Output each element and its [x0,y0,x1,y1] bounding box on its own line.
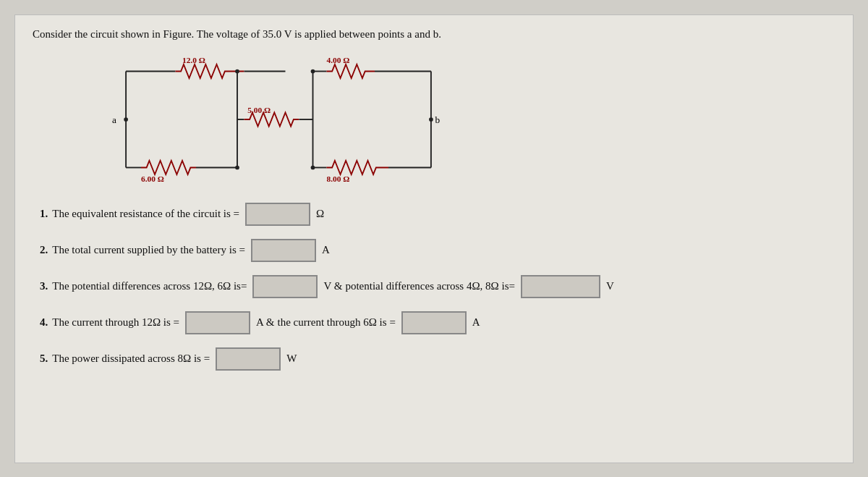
q3-unit1: V & [323,280,342,292]
q5-unit: W [286,353,297,365]
question-5-row: 5. The power dissipated across 8Ω is = W [40,347,835,371]
svg-point-20 [235,69,239,73]
q2-answer-box[interactable] [251,239,316,262]
page-container: Consider the circuit shown in Figure. Th… [14,14,854,463]
q1-text: The equivalent resistance of the circuit… [52,208,239,220]
questions-section: 1. The equivalent resistance of the circ… [33,203,835,371]
question-3-row: 3. The potential differences across 12Ω,… [40,275,835,298]
q4-unit1: A & [256,316,274,329]
q2-unit: A [322,244,330,256]
q1-answer-box[interactable] [245,203,310,226]
q4-answer-box-2[interactable] [401,311,467,334]
problem-statement: Consider the circuit shown in Figure. Th… [33,28,835,41]
svg-point-21 [235,165,239,169]
q3-text2: potential differences across 4Ω, 8Ω is= [345,280,515,292]
question-2-row: 2. The total current supplied by the bat… [40,239,835,262]
resistor-12-label: 12.0 Ω [182,56,205,64]
resistor-5-label: 5.00 Ω [247,105,271,114]
q3-unit2: V [606,280,614,292]
svg-point-23 [311,165,315,169]
question-1-row: 1. The equivalent resistance of the circ… [40,203,835,226]
q4-text2: the current through 6Ω is = [278,316,396,329]
svg-point-22 [311,69,315,73]
q3-text: The potential differences across 12Ω, 6Ω… [52,280,247,292]
q1-unit: Ω [316,208,324,220]
question-4-row: 4. The current through 12Ω is = A & the … [40,311,835,334]
circuit-diagram: a b 12.0 Ω 5.00 Ω [90,51,835,188]
point-a-label: a [112,114,116,124]
q3-answer-box-1[interactable] [252,275,318,298]
q5-number: 5. [40,353,48,365]
q4-answer-box-1[interactable] [185,311,250,334]
q2-number: 2. [40,244,48,256]
resistor-4-label: 4.00 Ω [327,56,350,64]
q4-unit2: A [472,316,480,329]
q5-answer-box[interactable] [216,347,281,371]
q5-text: The power dissipated across 8Ω is = [52,353,210,365]
q2-text: The total current supplied by the batter… [52,244,245,256]
q3-answer-box-2[interactable] [521,275,600,298]
q3-number: 3. [40,280,48,292]
q4-text: The current through 12Ω is = [52,316,179,329]
point-b-label: b [435,114,441,124]
resistor-6-label: 6.00 Ω [141,174,164,182]
q4-number: 4. [40,316,48,329]
resistor-8-label: 8.00 Ω [327,174,350,182]
q1-number: 1. [40,208,48,220]
